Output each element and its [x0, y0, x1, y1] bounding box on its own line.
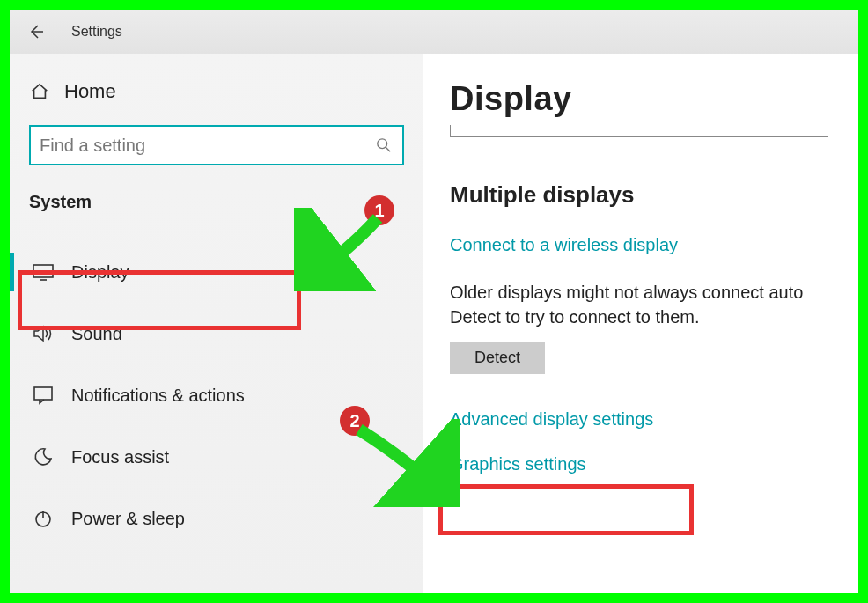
notifications-icon	[33, 385, 54, 406]
separator	[450, 125, 828, 137]
category-label: System	[29, 192, 404, 212]
nav-item-label: Focus assist	[71, 447, 169, 467]
nav-item-focus-assist[interactable]: Focus assist	[29, 432, 404, 482]
window-title: Settings	[71, 24, 122, 40]
section-title: Multiple displays	[450, 181, 858, 209]
svg-rect-2	[33, 265, 53, 277]
display-icon	[33, 261, 54, 283]
page-title: Display	[450, 80, 858, 118]
nav-item-label: Display	[71, 262, 129, 283]
titlebar: Settings	[10, 10, 858, 54]
svg-rect-4	[34, 387, 52, 400]
nav-item-display[interactable]: Display	[29, 247, 404, 297]
description-text: Older displays might not always connect …	[450, 280, 858, 329]
advanced-display-link[interactable]: Advanced display settings	[450, 409, 858, 430]
nav-item-sound[interactable]: Sound	[29, 309, 404, 358]
home-button[interactable]: Home	[29, 80, 404, 103]
back-button[interactable]	[18, 14, 54, 49]
power-icon	[33, 508, 54, 529]
detect-button[interactable]: Detect	[450, 342, 545, 374]
home-icon	[29, 81, 50, 102]
sound-icon	[33, 323, 54, 344]
search-icon	[376, 137, 392, 153]
nav-item-power-sleep[interactable]: Power & sleep	[29, 494, 404, 543]
nav-item-label: Power & sleep	[71, 509, 185, 529]
nav-item-notifications[interactable]: Notifications & actions	[29, 371, 404, 420]
nav-item-label: Notifications & actions	[71, 386, 245, 406]
graphics-settings-link[interactable]: Graphics settings	[450, 454, 858, 474]
svg-line-1	[386, 148, 391, 152]
sidebar: Home System Display Sound	[10, 54, 423, 593]
wireless-display-link[interactable]: Connect to a wireless display	[450, 235, 858, 255]
nav-item-label: Sound	[71, 324, 122, 344]
content-pane: Display Multiple displays Connect to a w…	[423, 54, 858, 593]
arrow-left-icon	[27, 23, 45, 40]
home-label: Home	[64, 80, 116, 103]
search-input[interactable]	[40, 136, 394, 156]
search-box[interactable]	[29, 125, 404, 165]
focus-assist-icon	[33, 446, 54, 467]
svg-point-0	[378, 139, 387, 149]
